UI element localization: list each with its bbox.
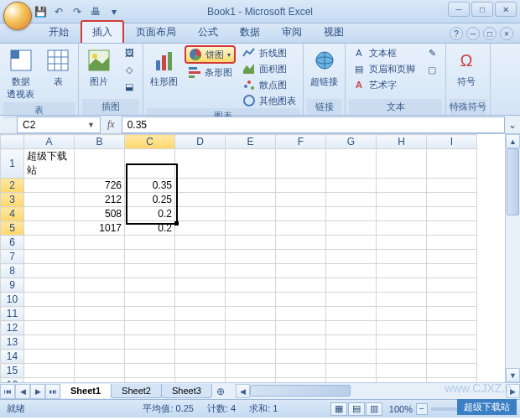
cell-F10[interactable] (276, 293, 326, 307)
pivot-table-button[interactable]: 数据 透视表 (3, 45, 38, 102)
cell-I10[interactable] (427, 293, 477, 307)
print-icon[interactable]: 🖶 (89, 5, 102, 18)
cell-E8[interactable] (226, 264, 276, 278)
cell-H6[interactable] (377, 236, 427, 250)
cell-H2[interactable] (377, 179, 427, 193)
cell-F11[interactable] (276, 307, 326, 321)
qat-dropdown-icon[interactable]: ▾ (107, 5, 121, 18)
signature-button[interactable]: ✎ (422, 45, 442, 60)
cell-E9[interactable] (226, 278, 276, 293)
cell-H15[interactable] (377, 364, 427, 378)
cell-F8[interactable] (276, 264, 326, 278)
cell-D7[interactable] (175, 250, 226, 264)
scatter-chart-button[interactable]: 散点图 (239, 77, 299, 92)
cell-F7[interactable] (276, 250, 326, 264)
cell-D9[interactable] (175, 278, 226, 293)
cell-D1[interactable] (175, 149, 226, 179)
scroll-left-button[interactable]: ◀ (236, 384, 250, 398)
cell-I6[interactable] (427, 236, 477, 250)
cell-G2[interactable] (326, 179, 377, 193)
tab-formula[interactable]: 公式 (188, 22, 228, 43)
cell-G6[interactable] (326, 236, 377, 250)
sheet-tab-3[interactable]: Sheet3 (161, 384, 212, 398)
vscroll-track[interactable] (506, 148, 520, 368)
cell-F6[interactable] (276, 236, 326, 250)
scroll-down-button[interactable]: ▼ (506, 368, 520, 382)
cell-D6[interactable] (175, 236, 226, 250)
bar-chart-button[interactable]: 条形图 (185, 65, 236, 80)
clipart-button[interactable]: 🖼 (119, 45, 139, 60)
row-header-13[interactable]: 13 (1, 335, 24, 350)
tab-view[interactable]: 视图 (314, 22, 354, 43)
cell-D14[interactable] (175, 350, 226, 364)
header-footer-button[interactable]: ▤页眉和页脚 (349, 61, 419, 76)
cell-C7[interactable] (125, 250, 175, 264)
cell-I11[interactable] (427, 307, 477, 321)
cell-B4[interactable]: 508 (75, 207, 125, 221)
cell-H11[interactable] (377, 307, 427, 321)
cell-H13[interactable] (377, 335, 427, 350)
row-header-10[interactable]: 10 (1, 293, 24, 307)
cell-E12[interactable] (226, 321, 276, 335)
cell-A14[interactable] (24, 350, 75, 364)
cell-E10[interactable] (226, 293, 276, 307)
zoom-slider[interactable] (431, 407, 498, 411)
cell-B12[interactable] (75, 321, 125, 335)
cell-C5[interactable]: 0.2 (125, 221, 175, 236)
cell-A5[interactable] (24, 221, 75, 236)
save-icon[interactable]: 💾 (34, 5, 47, 18)
row-header-16[interactable]: 16 (1, 378, 24, 383)
tab-insert[interactable]: 插入 (81, 20, 124, 43)
cell-H4[interactable] (377, 207, 427, 221)
cell-B6[interactable] (75, 236, 125, 250)
cell-F12[interactable] (276, 321, 326, 335)
cell-H5[interactable] (377, 221, 427, 236)
tab-start[interactable]: 开始 (39, 22, 79, 43)
cell-I13[interactable] (427, 335, 477, 350)
row-header-12[interactable]: 12 (1, 321, 24, 335)
cell-C1[interactable] (125, 149, 175, 179)
row-header-1[interactable]: 1 (1, 149, 24, 179)
row-header-5[interactable]: 5 (1, 221, 24, 236)
cell-H16[interactable] (377, 378, 427, 383)
row-header-9[interactable]: 9 (1, 278, 24, 293)
cell-C6[interactable] (125, 236, 175, 250)
cell-I7[interactable] (427, 250, 477, 264)
cell-A9[interactable] (24, 278, 75, 293)
cell-E11[interactable] (226, 307, 276, 321)
cell-I2[interactable] (427, 179, 477, 193)
cell-D13[interactable] (175, 335, 226, 350)
col-header-F[interactable]: F (276, 135, 326, 149)
cell-A16[interactable] (24, 378, 75, 383)
cell-B15[interactable] (75, 364, 125, 378)
formula-input[interactable]: 0.35 (122, 117, 505, 133)
ribbon-close-window-button[interactable]: × (500, 27, 513, 40)
maximize-button[interactable]: □ (471, 2, 493, 17)
cell-G1[interactable] (326, 149, 377, 179)
cell-B7[interactable] (75, 250, 125, 264)
cell-G8[interactable] (326, 264, 377, 278)
cell-G7[interactable] (326, 250, 377, 264)
smartart-button[interactable]: ⬓ (119, 79, 139, 94)
cell-B14[interactable] (75, 350, 125, 364)
wordart-button[interactable]: A艺术字 (349, 77, 419, 92)
cell-I3[interactable] (427, 193, 477, 207)
tab-layout[interactable]: 页面布局 (126, 22, 186, 43)
cell-G3[interactable] (326, 193, 377, 207)
cell-A4[interactable] (24, 207, 75, 221)
sheet-nav-last[interactable]: ⏭ (45, 384, 60, 399)
cell-G5[interactable] (326, 221, 377, 236)
cell-I14[interactable] (427, 350, 477, 364)
close-button[interactable]: ✕ (495, 2, 517, 17)
cell-E5[interactable] (226, 221, 276, 236)
cell-F14[interactable] (276, 350, 326, 364)
cell-F2[interactable] (276, 179, 326, 193)
row-header-14[interactable]: 14 (1, 350, 24, 364)
cell-D16[interactable] (175, 378, 226, 383)
office-button[interactable] (3, 2, 32, 30)
cell-I4[interactable] (427, 207, 477, 221)
cell-A11[interactable] (24, 307, 75, 321)
cell-A2[interactable] (24, 179, 75, 193)
cell-I5[interactable] (427, 221, 477, 236)
cell-B8[interactable] (75, 264, 125, 278)
